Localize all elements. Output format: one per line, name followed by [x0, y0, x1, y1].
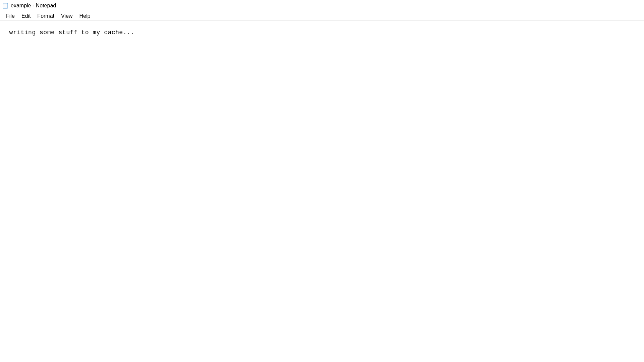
menu-file[interactable]: File [3, 12, 18, 20]
window-title: example - Notepad [11, 3, 56, 9]
menu-view[interactable]: View [58, 12, 76, 20]
menu-edit[interactable]: Edit [18, 12, 34, 20]
menubar: File Edit Format View Help [0, 11, 644, 21]
notepad-icon [2, 2, 9, 9]
editor-content: writing some stuff to my cache... [9, 29, 135, 36]
menu-format[interactable]: Format [34, 12, 58, 20]
menu-help[interactable]: Help [76, 12, 94, 20]
titlebar: example - Notepad [0, 0, 644, 11]
svg-rect-1 [3, 3, 7, 4]
text-editor[interactable]: writing some stuff to my cache... [0, 21, 644, 362]
